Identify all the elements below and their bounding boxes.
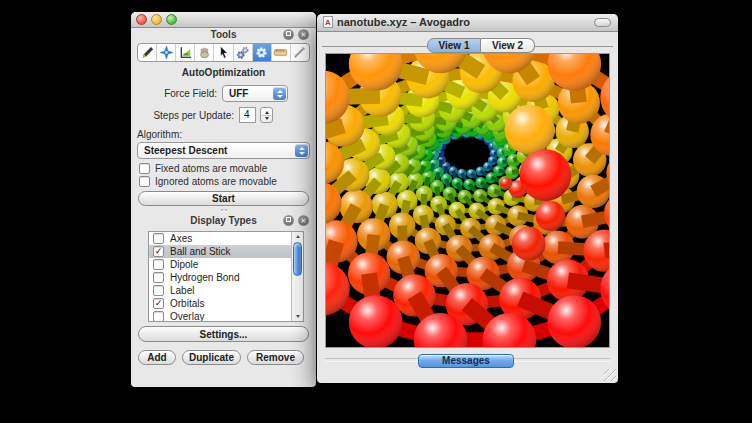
svg-text:ao: ao — [183, 51, 188, 56]
align-tool-button[interactable] — [291, 44, 309, 61]
item-checkbox[interactable]: ✓ — [153, 246, 164, 257]
list-item[interactable]: ✓Ball and Stick — [149, 245, 303, 258]
wand-icon — [292, 45, 307, 60]
algorithm-select[interactable]: Steepest Descent — [137, 142, 310, 159]
scroll-down-icon[interactable] — [292, 312, 303, 321]
duplicate-button[interactable]: Duplicate — [182, 350, 241, 365]
item-label: Hydrogen Bond — [170, 272, 240, 283]
item-label: Ball and Stick — [170, 246, 231, 257]
bond-centric-tool-button[interactable]: ao — [176, 44, 195, 61]
hand-icon — [197, 45, 212, 60]
scrollbar-thumb[interactable] — [293, 242, 302, 276]
gears-icon — [235, 45, 250, 60]
item-checkbox[interactable] — [153, 233, 164, 244]
list-item[interactable]: Axes — [149, 232, 303, 245]
palette-titlebar[interactable] — [131, 12, 316, 28]
item-label: Axes — [170, 233, 192, 244]
remove-button[interactable]: Remove — [247, 350, 304, 365]
document-icon: A — [323, 16, 333, 28]
resize-grip-icon[interactable] — [604, 369, 616, 381]
item-label: Dipole — [170, 259, 198, 270]
gl-viewport[interactable] — [325, 53, 610, 348]
scroll-up-icon[interactable] — [292, 232, 303, 241]
force-field-select[interactable]: UFF — [222, 85, 288, 102]
start-button[interactable]: Start — [138, 191, 309, 206]
settings-button[interactable]: Settings... — [138, 326, 309, 342]
tool-toolbar: ao — [137, 43, 310, 62]
pencil-icon — [140, 45, 155, 60]
steps-label: Steps per Update: — [131, 110, 234, 121]
popup-stepper-icon — [295, 144, 308, 157]
popup-stepper-icon — [273, 87, 286, 100]
tools-palette-window: Tools ✕ ao AutoOptimization Force Field:… — [131, 12, 316, 387]
dock-float-button[interactable] — [283, 215, 294, 226]
draw-tool-button[interactable] — [138, 44, 157, 61]
float-icon — [286, 31, 291, 36]
axes-chart-icon: ao — [178, 45, 193, 60]
item-label: Orbitals — [170, 298, 204, 309]
close-button[interactable] — [136, 14, 147, 25]
blue-star-icon — [159, 45, 174, 60]
messages-button[interactable]: Messages — [418, 354, 514, 368]
item-label: Label — [170, 285, 194, 296]
add-button[interactable]: Add — [138, 350, 176, 365]
item-checkbox[interactable] — [153, 259, 164, 270]
spin-down-icon[interactable] — [265, 117, 269, 120]
nanotube-render — [326, 54, 609, 347]
item-checkbox[interactable] — [153, 272, 164, 283]
gear-icon — [254, 45, 269, 60]
ignored-atoms-checkbox[interactable] — [139, 176, 150, 187]
minimize-button[interactable] — [151, 14, 162, 25]
force-field-value: UFF — [229, 88, 248, 99]
manipulate-tool-button[interactable] — [195, 44, 214, 61]
main-titlebar[interactable]: A nanotube.xyz – Avogadro — [317, 14, 618, 32]
ignored-atoms-row: Ignored atoms are movable — [139, 176, 277, 187]
list-item[interactable]: Overlay — [149, 310, 303, 322]
fixed-atoms-checkbox[interactable] — [139, 163, 150, 174]
measure-tool-button[interactable] — [272, 44, 291, 61]
dock-close-button[interactable]: ✕ — [298, 215, 309, 226]
list-item[interactable]: ✓Orbitals — [149, 297, 303, 310]
toolbar-toggle-button[interactable] — [594, 18, 611, 27]
fixed-atoms-label: Fixed atoms are movable — [155, 163, 267, 174]
panel-title: AutoOptimization — [131, 67, 316, 78]
dock-float-button[interactable] — [283, 29, 294, 40]
item-checkbox[interactable]: ✓ — [153, 298, 164, 309]
list-scrollbar[interactable] — [291, 232, 303, 321]
ruler-icon — [273, 45, 288, 60]
fixed-atoms-row: Fixed atoms are movable — [139, 163, 267, 174]
spin-up-icon[interactable] — [265, 111, 269, 114]
arrow-cursor-icon — [216, 45, 231, 60]
main-window: A nanotube.xyz – Avogadro View 1 View 2 … — [317, 14, 618, 383]
tab-view-2[interactable]: View 2 — [481, 38, 535, 53]
algorithm-value: Steepest Descent — [144, 145, 227, 156]
list-item[interactable]: Dipole — [149, 258, 303, 271]
tab-view-1[interactable]: View 1 — [427, 38, 481, 53]
steps-stepper[interactable] — [260, 107, 273, 123]
window-title: nanotube.xyz – Avogadro — [337, 16, 470, 28]
zoom-button[interactable] — [166, 14, 177, 25]
item-label: Overlay — [170, 311, 204, 322]
list-item[interactable]: Hydrogen Bond — [149, 271, 303, 284]
selection-tool-button[interactable] — [214, 44, 233, 61]
ignored-atoms-label: Ignored atoms are movable — [155, 176, 277, 187]
display-types-list: Axes✓Ball and StickDipoleHydrogen BondLa… — [148, 231, 304, 322]
force-field-label: Force Field: — [131, 88, 217, 99]
item-checkbox[interactable] — [153, 311, 164, 322]
auto-optimize-tool-button[interactable] — [253, 44, 272, 61]
algorithm-label: Algorithm: — [137, 129, 182, 140]
dock-splitter[interactable] — [131, 209, 316, 211]
dock-close-button[interactable]: ✕ — [298, 29, 309, 40]
auto-rotate-tool-button[interactable] — [234, 44, 253, 61]
navigate-tool-button[interactable] — [157, 44, 176, 61]
item-checkbox[interactable] — [153, 285, 164, 296]
list-item[interactable]: Label — [149, 284, 303, 297]
float-icon — [286, 217, 291, 222]
steps-input[interactable]: 4 — [239, 107, 256, 123]
